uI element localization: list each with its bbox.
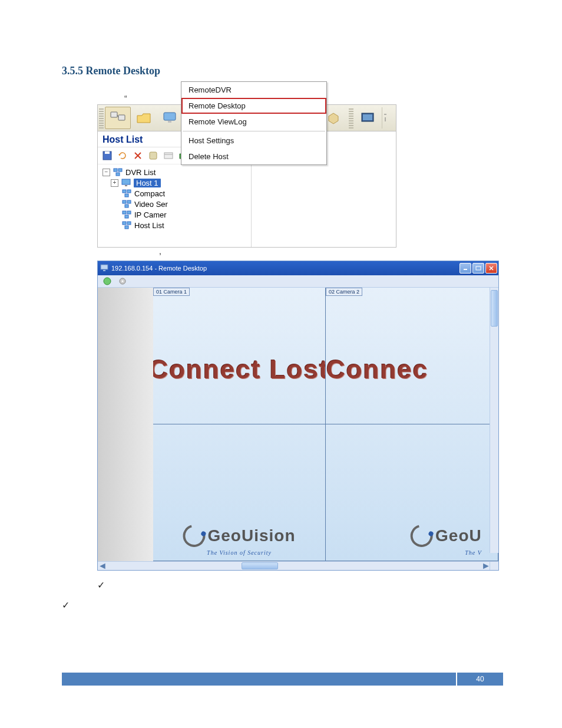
mini-refresh-icon[interactable] [117, 150, 128, 162]
tree-root-label: DVR List [125, 168, 156, 177]
tree-host1[interactable]: + Host 1 [100, 177, 251, 188]
window-close-button[interactable] [485, 263, 497, 274]
svg-rect-53 [101, 265, 108, 269]
rd-gear-icon[interactable] [117, 275, 128, 287]
window-titlebar: 192.168.0.154 - Remote Desktop [98, 261, 498, 275]
note-1-text [113, 581, 115, 591]
note-2: ✓ [62, 601, 503, 611]
group-icon [121, 199, 132, 209]
collapse-icon[interactable]: − [103, 169, 110, 176]
rd-vscroll-handle[interactable] [491, 290, 498, 327]
rd-resize-grip[interactable] [490, 562, 498, 570]
svg-rect-3 [164, 113, 176, 120]
svg-rect-4 [168, 121, 171, 123]
svg-rect-40 [125, 185, 127, 186]
tree-videoser[interactable]: Video Ser [100, 199, 251, 209]
mini-save-icon[interactable] [101, 150, 113, 162]
rd-camera-grid: 01 Camera 1 Connect Lost 02 Camera 2 Con… [153, 288, 498, 561]
toolbar-grip-3 [349, 107, 353, 129]
svg-rect-37 [118, 169, 122, 172]
logo-mark-icon [179, 521, 210, 551]
tool-monitor-icon[interactable] [157, 107, 183, 129]
figure-hostlist-panel: Host List [97, 104, 396, 248]
camera-2-status: Connec [326, 355, 428, 384]
rd-vertical-scrollbar[interactable] [490, 288, 498, 553]
section-heading: 3.5.5 Remote Desktop [62, 65, 503, 77]
window-minimize-button[interactable] [459, 263, 471, 274]
note-2-text [78, 601, 80, 611]
svg-point-61 [122, 281, 124, 282]
mini-delete-icon[interactable] [132, 150, 144, 162]
tool-folder-icon[interactable] [131, 107, 157, 129]
menu-remotedvr[interactable]: RemoteDVR [181, 82, 326, 98]
camera-1-label: 01 Camera 1 [153, 288, 190, 296]
rd-globe-icon[interactable] [101, 275, 113, 287]
svg-rect-0 [111, 112, 117, 117]
svg-point-59 [104, 278, 111, 285]
svg-rect-48 [127, 211, 131, 214]
camera-tile-1: 01 Camera 1 Connect Lost [153, 288, 326, 424]
monitor-icon [121, 178, 131, 187]
toolbar-grip [99, 107, 104, 129]
rd-hscroll-right-icon[interactable]: ► [481, 561, 490, 571]
svg-rect-39 [122, 179, 130, 185]
group-icon [121, 220, 132, 230]
svg-rect-26 [164, 153, 173, 159]
svg-rect-22 [105, 151, 110, 154]
svg-rect-38 [116, 173, 120, 176]
group-icon [121, 210, 132, 219]
brand-tagline-short: The V [411, 549, 482, 556]
brand-logo-1: GeoUision The Vision of Security [183, 525, 295, 556]
figure1-trailing-comma: , [159, 246, 503, 256]
toolbar-overflow-icon[interactable] [382, 107, 388, 129]
svg-rect-50 [123, 222, 126, 225]
svg-rect-51 [127, 222, 131, 225]
menu-remotedesktop[interactable]: Remote Desktop [181, 98, 326, 114]
window-maximize-button[interactable] [472, 263, 484, 274]
svg-rect-45 [127, 200, 131, 203]
logo-mark-icon [406, 521, 437, 551]
footer-bar [62, 673, 456, 686]
checkmark-icon: ✓ [62, 601, 70, 610]
menu-deletehost[interactable]: Delete Host [181, 149, 326, 164]
svg-rect-25 [150, 152, 157, 159]
tool-hosts-icon[interactable] [105, 107, 131, 129]
brand-logo-2: GeoU The V [411, 525, 482, 556]
menu-remoteviewlog[interactable]: Remote ViewLog [181, 114, 326, 130]
svg-rect-15 [363, 114, 372, 120]
rd-hscroll-left-icon[interactable]: ◄ [98, 561, 106, 571]
svg-rect-47 [123, 211, 126, 214]
rd-app-toolbar [98, 275, 498, 288]
mini-scroll-icon[interactable] [147, 150, 159, 162]
tree-compact[interactable]: Compact [100, 188, 251, 199]
rd-horizontal-scrollbar[interactable]: ◄ ► [98, 561, 498, 570]
menu-hostsettings[interactable]: Host Settings [181, 133, 326, 149]
tree-ipcamer-label: IP Camer [134, 210, 167, 219]
mini-card-icon[interactable] [163, 150, 174, 162]
tool-screen-icon[interactable] [355, 107, 381, 129]
svg-rect-52 [125, 226, 128, 229]
svg-rect-46 [125, 205, 128, 207]
brand-tagline-full: The Vision of Security [183, 549, 295, 556]
host-tree: − DVR List + Host 1 Compact [98, 164, 251, 247]
camera-tile-3: GeoUision The Vision of Security [153, 424, 326, 561]
group-icon [113, 167, 123, 177]
open-quote: “ [124, 94, 127, 103]
rd-left-gutter [98, 288, 153, 561]
tree-hostlist[interactable]: Host List [100, 220, 251, 230]
svg-rect-42 [127, 190, 131, 193]
tree-ipcamer[interactable]: IP Camer [100, 209, 251, 220]
checkmark-icon: ✓ [97, 581, 105, 589]
expand-icon[interactable]: + [111, 179, 118, 187]
group-icon [121, 189, 132, 198]
window-app-icon [100, 263, 108, 274]
figure-remote-desktop-window: 192.168.0.154 - Remote Desktop 01 Camera… [97, 261, 499, 571]
tree-compact-label: Compact [134, 189, 165, 198]
tree-root[interactable]: − DVR List [100, 167, 251, 177]
svg-rect-56 [476, 266, 481, 270]
svg-rect-49 [125, 215, 128, 218]
rd-hscroll-handle[interactable] [242, 562, 278, 569]
tree-videoser-label: Video Ser [134, 200, 168, 209]
camera-tile-4: GeoU The V [325, 424, 498, 561]
brand-text-short: GeoU [435, 526, 482, 545]
